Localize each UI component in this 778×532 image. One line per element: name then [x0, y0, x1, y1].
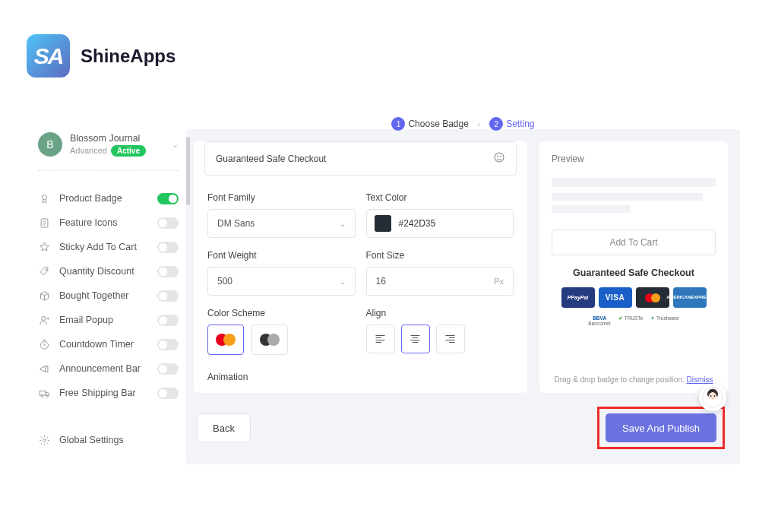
- brand-name: ShineApps: [81, 46, 176, 67]
- brand-logo: SA: [27, 34, 70, 78]
- brand-header: SA ShineApps: [0, 0, 778, 78]
